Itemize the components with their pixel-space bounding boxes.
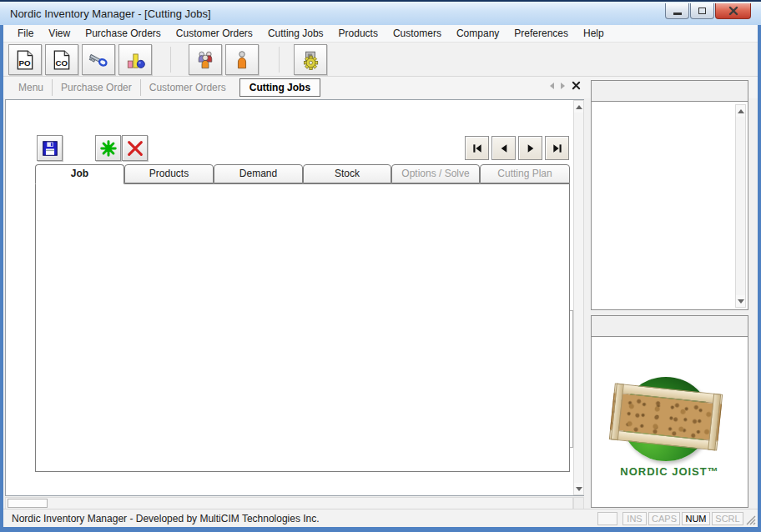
first-record-button[interactable] (465, 136, 489, 160)
toolbar-separator (279, 47, 280, 73)
side-list-scroll-down[interactable] (736, 295, 745, 307)
doc-tab-customer-orders[interactable]: Customer Orders (141, 79, 234, 96)
previous-record-button[interactable] (491, 136, 516, 160)
resize-grip-icon[interactable] (746, 515, 756, 525)
tab-stock[interactable]: Stock (303, 164, 391, 183)
gear-icon (300, 49, 321, 71)
process-toolbar-button[interactable] (294, 44, 327, 75)
status-bar: Nordic Inventory Manager - Developed by … (3, 509, 758, 527)
new-asterisk-icon (99, 139, 118, 158)
doc-tab-cutting-jobs[interactable]: Cutting Jobs (239, 78, 320, 97)
last-record-button[interactable] (545, 136, 569, 160)
main-scroll-down-button[interactable] (574, 483, 583, 494)
customer-toolbar-button[interactable] (225, 44, 259, 75)
save-icon (41, 139, 59, 158)
tab-scroll-left-icon[interactable] (550, 83, 554, 89)
menu-customers[interactable]: Customers (386, 26, 449, 41)
close-button[interactable] (715, 3, 751, 19)
key-icon (88, 49, 109, 71)
toolbar-separator (170, 47, 171, 73)
main-vertical-scrollbar[interactable] (573, 100, 584, 495)
status-caps: CAPS (648, 512, 680, 525)
menu-bar: File View Purchase Orders Customer Order… (3, 25, 758, 43)
menu-view[interactable]: View (41, 26, 78, 41)
status-empty-panel (597, 512, 617, 525)
logo-caption: NORDIC JOIST™ (591, 465, 748, 478)
tab-products[interactable]: Products (124, 164, 214, 183)
next-record-icon (524, 142, 537, 155)
new-job-button[interactable] (95, 135, 121, 161)
tab-close-button[interactable] (572, 81, 581, 90)
co-document-icon: CO (51, 49, 73, 71)
main-scroll-up-button[interactable] (574, 101, 583, 113)
tab-cutting-plan[interactable]: Cutting Plan (480, 164, 570, 183)
first-record-icon (471, 142, 484, 155)
tab-strip-controls (550, 81, 581, 90)
tab-options-solve[interactable]: Options / Solve (391, 164, 480, 183)
menu-purchase-orders[interactable]: Purchase Orders (78, 26, 169, 41)
maximize-icon (698, 8, 706, 14)
delete-x-icon (126, 139, 144, 158)
status-scrl: SCRL (712, 512, 743, 525)
menu-company[interactable]: Company (449, 26, 506, 41)
tab-scroll-right-icon[interactable] (561, 83, 565, 89)
scrollbar-corner (573, 497, 584, 509)
po-doc-label: PO (18, 58, 31, 67)
minimize-icon (673, 13, 682, 15)
status-ins: INS (622, 512, 647, 525)
side-list-panel (591, 80, 748, 310)
title-bar[interactable]: Nordic Inventory Manager - [Cutting Jobs… (0, 0, 761, 25)
po-document-icon: PO (14, 49, 36, 71)
wood-joist-icon (609, 383, 723, 450)
logo-panel-header (592, 316, 748, 337)
doc-tab-purchase-order[interactable]: Purchase Order (53, 79, 141, 96)
side-list-scroll-up[interactable] (736, 105, 745, 117)
menu-help[interactable]: Help (576, 26, 612, 41)
menu-preferences[interactable]: Preferences (506, 26, 576, 41)
bar-chart-icon (124, 49, 146, 71)
job-tab-page (35, 183, 570, 472)
close-icon (728, 6, 738, 16)
status-message: Nordic Inventory Manager - Developed by … (12, 513, 320, 524)
menu-customer-orders[interactable]: Customer Orders (169, 26, 260, 41)
menu-cutting-jobs[interactable]: Cutting Jobs (260, 26, 331, 41)
window-title: Nordic Inventory Manager - [Cutting Jobs… (10, 8, 211, 20)
side-list-scrollbar[interactable] (735, 104, 746, 308)
main-horizontal-scrollbar[interactable] (5, 497, 573, 509)
next-record-button[interactable] (518, 136, 542, 160)
maximize-button[interactable] (690, 3, 714, 19)
menu-products[interactable]: Products (331, 26, 386, 41)
tab-job[interactable]: Job (35, 164, 124, 184)
chart-toolbar-button[interactable] (118, 44, 152, 75)
delete-job-button[interactable] (122, 135, 148, 161)
minimize-button[interactable] (665, 3, 689, 19)
last-record-icon (551, 142, 564, 155)
customer-order-toolbar-button[interactable]: CO (45, 44, 78, 75)
key-toolbar-button[interactable] (82, 44, 115, 75)
status-num: NUM (682, 512, 710, 525)
purchase-order-toolbar-button[interactable]: PO (8, 44, 42, 75)
customers-toolbar-button[interactable] (189, 44, 222, 75)
people-icon (194, 49, 216, 71)
toolbar: PO CO (3, 43, 758, 77)
previous-record-icon (497, 142, 511, 155)
co-doc-label: CO (55, 58, 68, 67)
menu-file[interactable]: File (10, 26, 41, 41)
doc-tab-menu[interactable]: Menu (10, 79, 53, 96)
person-icon (231, 49, 253, 71)
save-button[interactable] (37, 135, 63, 161)
tab-demand[interactable]: Demand (214, 164, 303, 183)
side-list-header (592, 81, 748, 102)
main-scroll-thumb[interactable] (8, 499, 48, 508)
application-window: Nordic Inventory Manager - [Cutting Jobs… (0, 0, 761, 532)
